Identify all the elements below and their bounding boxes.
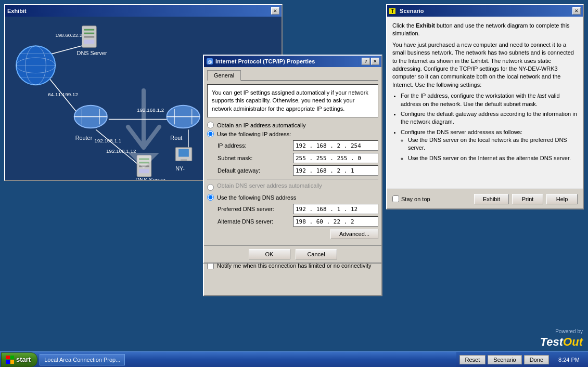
svg-rect-26 [139, 162, 149, 163]
default-gateway-label: Default gateway: [218, 167, 293, 174]
scenario-subbullet-2: Use the DNS server on the Internet as th… [408, 154, 578, 162]
scenario-bullet-2: Configure the default gateway address ac… [401, 110, 578, 126]
start-label: start [16, 356, 31, 363]
subnet-mask-input[interactable] [293, 153, 378, 163]
radio-auto-dns-row: Obtain DNS server address automatically [207, 182, 378, 192]
taskbar-item-lacp[interactable]: Local Area Connection Prop... [40, 354, 125, 365]
svg-rect-25 [139, 159, 149, 160]
radio-auto-ip-row: Obtain an IP address automatically [207, 122, 378, 128]
scenario-controls: ✕ [572, 7, 581, 15]
scenario-window: T Scenario ✕ Click the Exhibit button an… [386, 4, 584, 209]
svg-rect-13 [84, 33, 94, 34]
svg-text:Router: Router [75, 135, 93, 141]
svg-rect-28 [139, 169, 149, 173]
tcpip-dialog: @ Internet Protocol (TCP/IP) Properties … [203, 55, 382, 264]
default-gateway-row: Default gateway: [207, 165, 378, 176]
powered-by-text: Powered by [540, 329, 583, 334]
alternate-dns-row: Alternate DNS server: [207, 216, 378, 227]
taskbar-bottom-btns: Reset Scenario Done [459, 355, 549, 364]
exhibit-titlebar: Exhibit ✕ [5, 5, 282, 17]
scenario-bullet-3: Configure the DNS server addresses as fo… [401, 128, 578, 163]
radio-auto-dns-label: Obtain DNS server address automatically [217, 182, 322, 189]
dns-radio-group: Obtain DNS server address automatically … [207, 182, 378, 201]
test-text: Test [540, 335, 563, 348]
svg-text:DNS Server: DNS Server [77, 50, 107, 56]
stay-on-top-text: Stay on top [401, 196, 430, 202]
svg-text:192.168.1.12: 192.168.1.12 [106, 148, 136, 154]
ip-address-input[interactable] [293, 140, 378, 151]
alternate-dns-input[interactable] [293, 216, 378, 227]
scenario-titlebar: T Scenario ✕ [387, 5, 583, 17]
preferred-dns-row: Preferred DNS server: [207, 204, 378, 214]
preferred-dns-input[interactable] [293, 204, 378, 214]
ok-btn[interactable]: OK [249, 249, 290, 259]
svg-text:192.168.1.2: 192.168.1.2 [137, 107, 164, 113]
default-gateway-input[interactable] [293, 165, 378, 176]
start-button[interactable]: start [1, 352, 37, 367]
subnet-mask-label: Subnet mask: [218, 155, 293, 161]
print-btn[interactable]: Print [512, 194, 543, 204]
stay-on-top-checkbox[interactable] [392, 195, 399, 202]
taskbar-item-lacp-text: Local Area Connection Prop... [44, 357, 120, 363]
cancel-btn[interactable]: Cancel [296, 249, 337, 259]
svg-rect-12 [84, 29, 94, 31]
subnet-mask-row: Subnet mask: [207, 153, 378, 163]
tab-general[interactable]: General [207, 70, 241, 81]
tcpip-title-text: Internet Protocol (TCP/IP) Properties [215, 58, 315, 64]
tab-strip: General [207, 70, 378, 81]
help-btn[interactable]: Help [546, 194, 578, 204]
radio-auto-ip-label: Obtain an IP address automatically [217, 122, 305, 128]
reset-btn[interactable]: Reset [459, 355, 486, 364]
svg-rect-14 [84, 36, 94, 38]
radio-manual-ip[interactable] [207, 130, 214, 137]
radio-auto-ip[interactable] [207, 122, 214, 128]
preferred-dns-label: Preferred DNS server: [218, 206, 293, 212]
exhibit-close-btn[interactable]: ✕ [271, 7, 279, 15]
tcpip-title: @ Internet Protocol (TCP/IP) Properties [206, 58, 315, 65]
stay-on-top-label[interactable]: Stay on top [392, 195, 430, 202]
tcpip-help-btn[interactable]: ? [362, 58, 370, 65]
info-box: You can get IP settings assigned automat… [207, 84, 378, 117]
radio-manual-ip-row: Use the following IP address: [207, 130, 378, 137]
radio-auto-dns[interactable] [207, 184, 214, 191]
scenario-title-icon: T [389, 8, 395, 14]
exhibit-title-text: Exhibit [7, 8, 27, 14]
radio-manual-dns[interactable] [207, 194, 214, 201]
windows-logo [6, 356, 14, 364]
advanced-btn[interactable]: Advanced... [330, 229, 378, 239]
taskbar-sys: Reset Scenario Done 8:24 PM [456, 352, 588, 367]
testout-logo: Powered by TestOut [540, 329, 583, 349]
svg-rect-30 [178, 149, 189, 157]
radio-manual-dns-row: Use the following DNS address [207, 194, 378, 201]
taskbar-clock: 8:24 PM [553, 357, 585, 363]
svg-text:198.60.22.2: 198.60.22.2 [55, 32, 82, 38]
svg-text:Rout: Rout [170, 135, 182, 141]
exhibit-title: Exhibit [7, 8, 27, 14]
done-btn[interactable]: Done [524, 355, 549, 364]
radio-manual-ip-label: Use the following IP address: [217, 131, 291, 137]
tcpip-body: General You can get IP settings assigned… [204, 67, 381, 245]
svg-rect-31 [181, 160, 187, 161]
radio-manual-dns-label: Use the following DNS address [217, 194, 296, 201]
tcpip-icon: @ [206, 58, 213, 65]
advanced-row: Advanced... [207, 229, 378, 239]
tcpip-close-btn[interactable]: ✕ [371, 58, 379, 65]
scenario-title: T Scenario [389, 8, 424, 14]
scenario-subbullet-1: Use the DNS server on the local network … [408, 136, 578, 152]
scenario-footer: Stay on top Exhibit Print Help [387, 189, 583, 208]
tcpip-titlebar: @ Internet Protocol (TCP/IP) Properties … [204, 56, 381, 67]
scenario-subbullets: Use the DNS server on the local network … [408, 136, 578, 162]
ip-radio-group: Obtain an IP address automatically Use t… [207, 122, 378, 137]
ip-address-label: IP address: [218, 142, 293, 149]
tcpip-footer: OK Cancel [204, 245, 381, 263]
svg-text:64.11.199.12: 64.11.199.12 [48, 91, 78, 97]
svg-rect-15 [84, 40, 94, 44]
svg-text:DNS Server: DNS Server [135, 177, 165, 180]
svg-text:NY-: NY- [175, 165, 185, 172]
ip-address-row: IP address: [207, 140, 378, 151]
exhibit-controls: ✕ [271, 7, 279, 15]
scenario-btn[interactable]: Scenario [488, 355, 521, 364]
scenario-para1: Click the Exhibit button and use the net… [392, 22, 578, 38]
exhibit-btn[interactable]: Exhibit [474, 194, 509, 204]
scenario-close-btn[interactable]: ✕ [572, 7, 581, 15]
